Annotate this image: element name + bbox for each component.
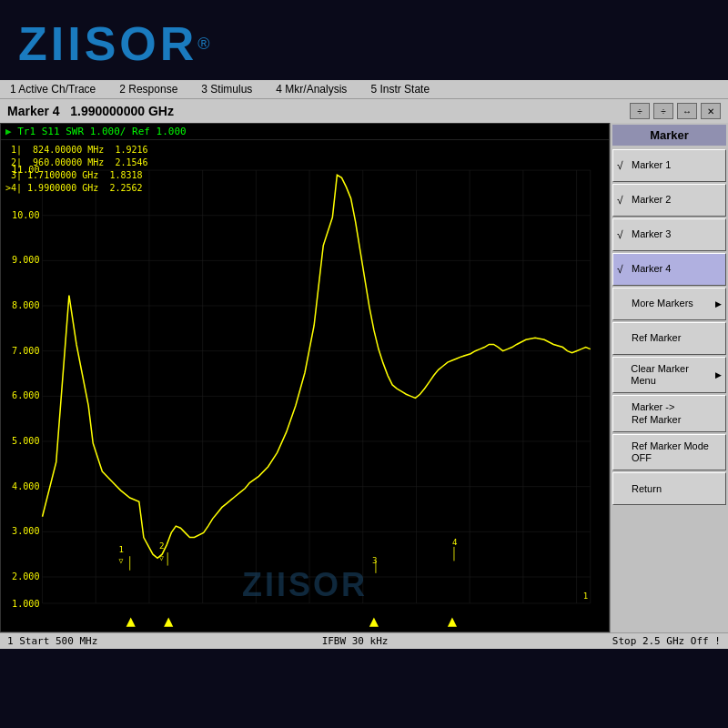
return-button[interactable]: Return [612,472,726,505]
status-left: 1 Start 500 MHz [7,635,97,647]
marker-label: Marker 4 [7,104,60,118]
marker-row-3: 3| 1.7100000 GHz 1.8318 [5,169,148,182]
marker4-button[interactable]: √ Marker 4 [612,253,726,286]
ref-marker-mode-button[interactable]: Ref Marker ModeOFF [612,434,726,470]
svg-text:▽: ▽ [119,556,124,565]
marker-to-ref-label: Marker ->Ref Marker [632,401,681,425]
menubar: 1 Active Ch/Trace 2 Response 3 Stimulus … [0,80,728,98]
clear-marker-check [617,369,627,381]
svg-text:1.000: 1.000 [12,599,39,609]
chart-header: ▶ Tr1 S11 SWR 1.000/ Ref 1.000 [1,124,609,140]
ctrl-resize[interactable]: ↔ [677,103,697,119]
logo: ZIISOR [18,16,197,71]
header: ZIISOR® [0,0,728,80]
marker-data-overlay: 1| 824.00000 MHz 1.9216 2| 960.00000 MHz… [5,144,148,195]
marker1-button[interactable]: √ Marker 1 [612,149,726,182]
svg-text:10.00: 10.00 [12,210,39,220]
titlebar: Marker 4 1.990000000 GHz ÷ ÷ ↔ ✕ [0,98,728,123]
marker-value: 1.990000000 GHz [70,104,174,118]
menu-active-trace[interactable]: 1 Active Ch/Trace [7,82,98,96]
ref-marker-mode-label: Ref Marker ModeOFF [632,440,709,464]
marker3-button[interactable]: √ Marker 3 [612,218,726,251]
marker3-label: 3 [372,555,377,565]
status-center: IFBW 30 kHz [322,635,389,647]
ref-marker-mode-check [617,446,628,459]
logo-reg: ® [197,35,209,54]
marker-row-2: 2| 960.00000 MHz 2.1546 [5,157,148,169]
marker1-label: 1 [119,544,124,554]
svg-text:9.000: 9.000 [12,255,39,265]
marker1-check: √ [617,159,628,172]
sidebar-title: Marker [612,125,726,146]
marker-to-ref-check [617,408,628,420]
menu-mkr-analysis[interactable]: 4 Mkr/Analysis [273,82,349,96]
marker2-label: Marker 2 [632,194,671,206]
marker2-check: √ [617,194,628,207]
sidebar: Marker √ Marker 1 √ Marker 2 √ Marker 3 … [610,123,728,632]
menu-instr-state[interactable]: 5 Instr State [368,82,432,96]
svg-text:2.000: 2.000 [12,571,39,581]
return-check [617,482,628,495]
ref-marker-check [617,332,628,345]
svg-text:8.000: 8.000 [12,300,39,310]
marker-end-label: 1 [583,591,588,601]
marker2-button[interactable]: √ Marker 2 [612,184,726,217]
svg-text:4.000: 4.000 [12,481,39,491]
marker-row-4: >4| 1.9900000 GHz 2.2562 [5,182,148,195]
svg-text:6.000: 6.000 [12,390,39,400]
svg-text:▽: ▽ [159,553,164,562]
ctrl-div1[interactable]: ÷ [630,103,650,119]
marker4-label: 4 [452,537,458,547]
more-markers-button[interactable]: More Markers ▶ [612,288,726,320]
marker-row-1: 1| 824.00000 MHz 1.9216 [5,144,148,157]
marker3-check: √ [617,228,628,241]
clear-marker-label: Clear Marker Menu [631,363,712,387]
marker4-label: Marker 4 [632,263,671,275]
main-area: ▶ Tr1 S11 SWR 1.000/ Ref 1.000 1| 824.00… [0,123,728,632]
svg-text:5.000: 5.000 [12,436,39,446]
ctrl-close[interactable]: ✕ [701,103,721,119]
statusbar: 1 Start 500 MHz IFBW 30 kHz Stop 2.5 GHz… [0,632,728,649]
marker2-label: 2 [159,541,164,551]
marker1-label: Marker 1 [632,159,671,171]
ctrl-div2[interactable]: ÷ [653,103,673,119]
marker-to-ref-button[interactable]: Marker ->Ref Marker [612,395,726,431]
menu-response[interactable]: 2 Response [116,82,180,96]
status-right: Stop 2.5 GHz Off ! [612,635,721,647]
marker4-check: √ [617,263,628,276]
chart-header-text: Tr1 S11 SWR 1.000/ Ref 1.000 [17,126,186,137]
clear-marker-menu-button[interactable]: Clear Marker Menu ▶ [612,357,726,393]
ref-marker-label: Ref Marker [632,332,681,344]
svg-text:3.000: 3.000 [12,526,39,536]
return-label: Return [632,483,662,495]
menu-stimulus[interactable]: 3 Stimulus [198,82,255,96]
chart-svg: 11.00 10.00 9.000 8.000 7.000 6.000 5.00… [1,142,609,632]
titlebar-controls: ÷ ÷ ↔ ✕ [630,103,721,119]
more-markers-label: More Markers [632,298,693,309]
svg-text:7.000: 7.000 [12,346,39,356]
titlebar-label: Marker 4 1.990000000 GHz [7,104,174,118]
marker3-label: Marker 3 [632,228,671,240]
ref-marker-button[interactable]: Ref Marker [612,322,726,355]
chart-area[interactable]: ▶ Tr1 S11 SWR 1.000/ Ref 1.000 1| 824.00… [0,123,610,632]
more-markers-check [617,298,628,310]
